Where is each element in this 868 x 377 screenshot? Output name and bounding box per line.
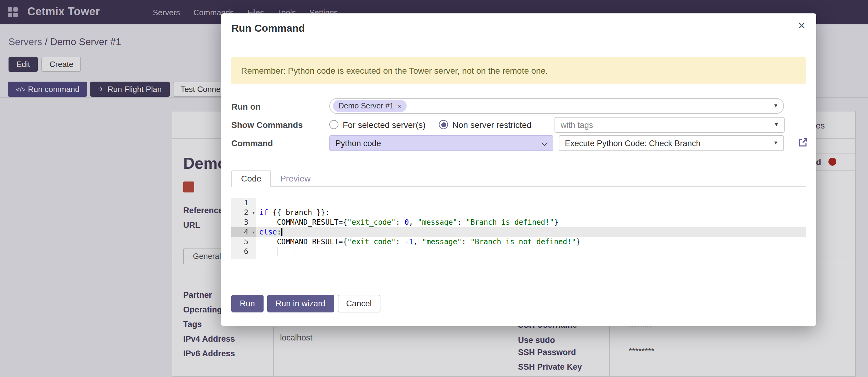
text-cursor: [281, 228, 282, 236]
code-line-6[interactable]: [256, 246, 806, 256]
code-token: :: [462, 237, 470, 246]
code-token: :: [396, 218, 404, 227]
code-editor[interactable]: 12▾34▾56 if {{ branch }}: COMMAND_RESULT…: [231, 198, 806, 259]
code-token: "Branch is not defined!": [470, 237, 576, 246]
gutter-line-3[interactable]: 3: [231, 218, 256, 227]
code-token: else: [259, 228, 277, 236]
fold-icon[interactable]: ▾: [252, 208, 255, 218]
indent-guide: [294, 246, 295, 256]
cancel-button[interactable]: Cancel: [338, 295, 380, 313]
tab-code[interactable]: Code: [231, 170, 271, 187]
server-tag-label: Demo Server #1: [338, 102, 394, 110]
modal-footer: Run Run in wizard Cancel: [231, 295, 380, 313]
code-token: "message": [422, 237, 462, 246]
code-token: "Branch is defined!": [466, 218, 554, 227]
code-token: COMMAND_RESULT={: [259, 237, 347, 246]
editor-gutter: 12▾34▾56: [231, 198, 256, 259]
radio-non-restricted-label[interactable]: Non server restricted: [452, 120, 531, 129]
run-command-modal: Run Command × Remember: Python code is e…: [221, 13, 816, 326]
with-tags-placeholder: with tags: [561, 120, 593, 129]
caret-down-icon: ▾: [775, 121, 778, 127]
warning-alert: Remember: Python code is executed on the…: [231, 57, 806, 84]
code-token: -1: [404, 237, 413, 246]
code-token: "message": [417, 218, 457, 227]
caret-down-icon: ▾: [774, 139, 777, 146]
code-token: }: [554, 218, 558, 227]
code-token: }: [576, 237, 580, 246]
application: Cetmix Tower Servers Commands Files Tool…: [0, 0, 868, 377]
radio-selected-servers-icon[interactable]: [329, 120, 338, 129]
code-line-4[interactable]: else:: [256, 227, 806, 237]
gutter-line-2[interactable]: 2▾: [231, 208, 256, 218]
command-value: Execute Python Code: Check Branch: [565, 139, 701, 148]
code-line-1[interactable]: [256, 198, 806, 208]
editor-tabs: Code Preview: [231, 170, 806, 187]
command-type-select[interactable]: Python code: [329, 135, 553, 151]
gutter-line-6[interactable]: 6: [231, 246, 256, 256]
modal-title: Run Command: [231, 23, 305, 34]
close-icon[interactable]: ×: [798, 19, 805, 32]
code-token: :: [396, 237, 404, 246]
show-commands-label: Show Commands: [231, 120, 303, 130]
server-tag: Demo Server #1 ×: [333, 100, 407, 112]
external-link-icon[interactable]: [797, 137, 808, 148]
with-tags-select[interactable]: with tags ▾: [555, 117, 785, 133]
run-in-wizard-button[interactable]: Run in wizard: [267, 295, 334, 313]
code-token: "exit_code": [347, 218, 396, 227]
fold-icon[interactable]: ▾: [252, 228, 255, 237]
command-label: Command: [231, 138, 273, 148]
code-line-3[interactable]: COMMAND_RESULT={"exit_code": 0, "message…: [256, 218, 806, 227]
run-on-field[interactable]: Demo Server #1 × ▾: [329, 98, 784, 114]
editor-code: if {{ branch }}: COMMAND_RESULT={"exit_c…: [256, 198, 806, 259]
code-token: "exit_code": [347, 237, 396, 246]
tag-remove-icon[interactable]: ×: [398, 102, 401, 110]
gutter-line-1[interactable]: 1: [231, 198, 256, 208]
code-token: if: [259, 208, 268, 217]
run-on-label: Run on: [231, 102, 260, 112]
gutter-line-4[interactable]: 4▾: [231, 227, 256, 237]
radio-non-restricted-icon[interactable]: [439, 120, 448, 129]
command-type-value: Python code: [335, 139, 381, 148]
code-token: ,: [409, 218, 417, 227]
caret-down-icon[interactable]: ▾: [774, 102, 777, 109]
code-token: ,: [413, 237, 422, 246]
warning-alert-text: Remember: Python code is executed on the…: [241, 66, 548, 76]
code-line-5[interactable]: COMMAND_RESULT={"exit_code": -1, "messag…: [256, 237, 806, 246]
modal-header: Run Command ×: [221, 13, 816, 41]
tab-preview[interactable]: Preview: [271, 170, 320, 187]
chevron-down-icon: [541, 140, 548, 146]
code-token: {{ branch }}:: [268, 208, 330, 217]
code-token: :: [277, 228, 281, 236]
radio-selected-servers-label[interactable]: For selected server(s): [343, 120, 426, 129]
run-button[interactable]: Run: [231, 295, 264, 313]
code-token: :: [457, 218, 466, 227]
show-commands-radio-group: For selected server(s) Non server restri…: [329, 116, 545, 133]
indent-guide: [277, 246, 278, 256]
code-token: COMMAND_RESULT={: [259, 218, 347, 227]
gutter-line-5[interactable]: 5: [231, 237, 256, 246]
command-select[interactable]: Execute Python Code: Check Branch ▾: [559, 135, 784, 151]
code-line-2[interactable]: if {{ branch }}:: [256, 208, 806, 218]
code-token: 0: [404, 218, 409, 227]
